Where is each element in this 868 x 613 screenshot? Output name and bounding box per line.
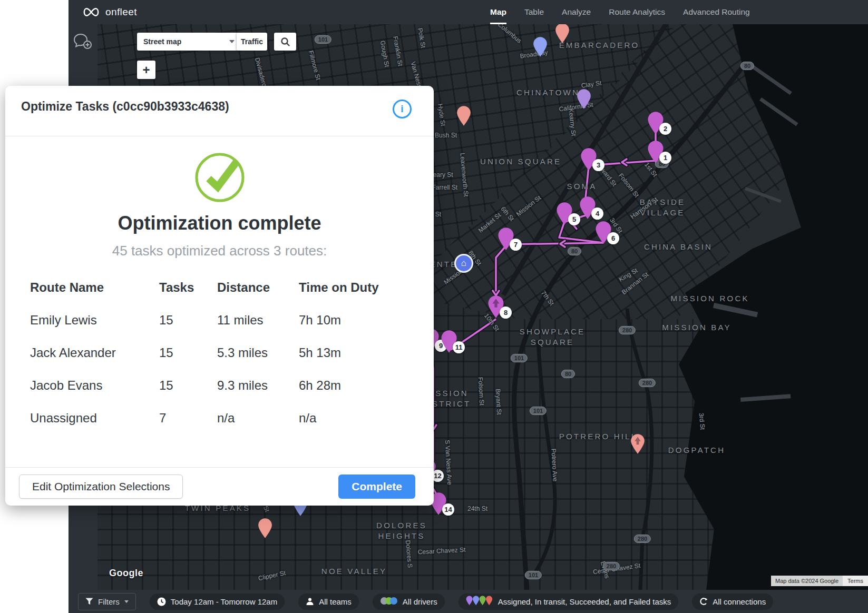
- connections-filter[interactable]: All connections: [692, 594, 773, 610]
- map-street-label: Potrero Ave: [550, 448, 559, 481]
- highway-shield: 101: [530, 407, 547, 415]
- map-area-label: DOGPATCH: [668, 445, 725, 456]
- onfleet-logo[interactable]: onfleet: [81, 6, 137, 18]
- drivers-label: All drivers: [403, 597, 437, 606]
- nav-item-analyze[interactable]: Analyze: [562, 0, 591, 24]
- map-street-label: Folsom St: [617, 172, 640, 199]
- route-table-body: Emily Lewis1511 miles7h 10mJack Alexande…: [30, 313, 413, 426]
- zoom-in-button[interactable]: +: [137, 61, 155, 79]
- route-table-cell: 5h 13m: [299, 345, 413, 360]
- map-street-label: Columbus: [496, 24, 523, 45]
- route-table-cell: Emily Lewis: [30, 313, 159, 328]
- task-pin-badge: 4: [591, 207, 603, 220]
- drivers-filter[interactable]: All drivers: [373, 594, 445, 610]
- nav-item-table[interactable]: Table: [524, 0, 544, 24]
- optimization-status-subtext: 45 tasks optimized across 3 routes:: [5, 243, 434, 259]
- map-area-label: POTRERO HILL: [559, 431, 637, 442]
- complete-button[interactable]: Complete: [338, 474, 415, 499]
- map-street-label: Leavenworth St: [459, 153, 470, 197]
- map-search-button[interactable]: [274, 33, 296, 51]
- map-street-label: Hyde St: [436, 103, 447, 126]
- map-street-label: 7th St: [540, 289, 555, 306]
- highway-shield: 101: [525, 571, 542, 579]
- highway-shield: 280: [634, 535, 651, 543]
- task-pin[interactable]: [258, 518, 272, 541]
- route-table-cell: 15: [159, 345, 217, 360]
- chevron-down-icon: [124, 600, 129, 603]
- map-street-label: Divisadero: [253, 57, 268, 87]
- route-table-header-cell: Route Name: [30, 280, 159, 295]
- map-street-label: 6th St: [500, 205, 516, 222]
- map-street-label: 24th St: [467, 505, 487, 512]
- nav-items: MapTableAnalyzeRoute AnalyticsAdvanced R…: [490, 0, 750, 24]
- map-street-label: Fillmore St: [307, 50, 322, 81]
- task-pin-badge: 6: [607, 232, 619, 244]
- teams-filter[interactable]: All teams: [298, 594, 359, 610]
- app: EMBARCADEROCHINATOWNUNION SQUARESOMABAYS…: [0, 0, 868, 613]
- logo-text: onfleet: [105, 6, 137, 18]
- task-states-filter[interactable]: Assigned, In transit, Succeeded, and Fai…: [459, 594, 679, 610]
- route-table-header-cell: Time on Duty: [299, 280, 413, 295]
- map-street-label: Folsom St: [477, 377, 486, 406]
- filter-funnel-icon: [85, 598, 93, 605]
- route-table-cell: n/a: [217, 411, 299, 426]
- highway-shield: 80: [568, 247, 581, 255]
- map-area-label: EMBARCADERO: [559, 40, 640, 51]
- route-table-row: Emily Lewis1511 miles7h 10m: [30, 313, 413, 328]
- task-states-label: Assigned, In transit, Succeeded, and Fai…: [498, 597, 671, 606]
- info-icon-glyph: i: [401, 103, 403, 115]
- route-table-cell: Jacob Evans: [30, 378, 159, 393]
- map-area-label: NOE VALLEY: [321, 566, 387, 577]
- task-pin[interactable]: [456, 105, 471, 128]
- nav-item-route-analytics[interactable]: Route Analytics: [609, 0, 665, 24]
- nav-item-map[interactable]: Map: [490, 0, 506, 24]
- map-street-label: Franklin St: [392, 36, 404, 67]
- date-range-filter[interactable]: Today 12am - Tomorrow 12am: [150, 594, 285, 610]
- route-table-header-cell: Tasks: [159, 280, 217, 295]
- map-area-label: SHOWPLACE SQUARE: [520, 327, 586, 348]
- nav-item-advanced-routing[interactable]: Advanced Routing: [683, 0, 750, 24]
- highway-shield: 80: [561, 370, 575, 378]
- task-pin-badge: 3: [592, 159, 604, 171]
- task-pin[interactable]: [555, 24, 570, 46]
- route-table-row: Jacob Evans159.3 miles6h 28m: [30, 378, 413, 393]
- route-table-cell: 7h 10m: [299, 313, 413, 328]
- task-pin[interactable]: [630, 433, 645, 457]
- traffic-toggle-button[interactable]: Traffic: [237, 33, 267, 51]
- map-area-label: DOLORES HEIGHTS: [376, 520, 427, 542]
- modal-header: Optimize Tasks (c0cc90b3933c4638) i: [5, 86, 434, 136]
- routes-table: Route NameTasksDistanceTime on Duty Emil…: [30, 280, 413, 426]
- route-table-cell: Jack Alexander: [30, 345, 159, 360]
- connections-icon: [699, 597, 708, 606]
- new-chat-icon[interactable]: [73, 33, 92, 50]
- task-pin[interactable]: [533, 36, 548, 60]
- route-table-header: Route NameTasksDistanceTime on Duty: [30, 280, 413, 295]
- teams-label: All teams: [319, 597, 352, 606]
- info-icon[interactable]: i: [393, 100, 412, 118]
- map-area-label: SOMA: [567, 181, 597, 192]
- map-street-label: Polk St: [416, 27, 427, 48]
- task-pin-badge: 7: [510, 239, 522, 251]
- map-street-label: Gough St: [379, 40, 391, 67]
- map-style-value: Street map: [143, 37, 181, 46]
- route-table-cell: 7: [159, 411, 217, 426]
- task-pin-badge: 11: [453, 341, 465, 353]
- route-table-row: Jack Alexander155.3 miles5h 13m: [30, 345, 413, 360]
- highway-shield: 80: [740, 62, 754, 70]
- filter-status-bar: Filters Today 12am - Tomorrow 12am All t…: [69, 590, 868, 613]
- task-pin-badge: 1: [659, 152, 671, 164]
- map-area-label: MISSION ROCK: [670, 293, 749, 304]
- map-street-label: S Van Ness Ave: [444, 440, 453, 485]
- highway-shield: 280: [639, 379, 656, 387]
- map-street-label: Bush St: [435, 132, 457, 139]
- hub-home-marker[interactable]: ⌂: [454, 254, 473, 273]
- filters-button[interactable]: Filters: [78, 593, 136, 610]
- map-style-select[interactable]: Street map: [137, 33, 241, 51]
- task-pin[interactable]: [577, 88, 591, 112]
- task-pin-badge: 14: [442, 503, 454, 516]
- date-range-label: Today 12am - Tomorrow 12am: [171, 597, 277, 606]
- task-pin-badge: 5: [568, 213, 580, 225]
- terms-link[interactable]: Terms: [843, 576, 868, 586]
- edit-optimization-selections-button[interactable]: Edit Optimization Selections: [19, 474, 183, 499]
- map-attribution: Map data ©2024 Google Terms: [771, 576, 868, 586]
